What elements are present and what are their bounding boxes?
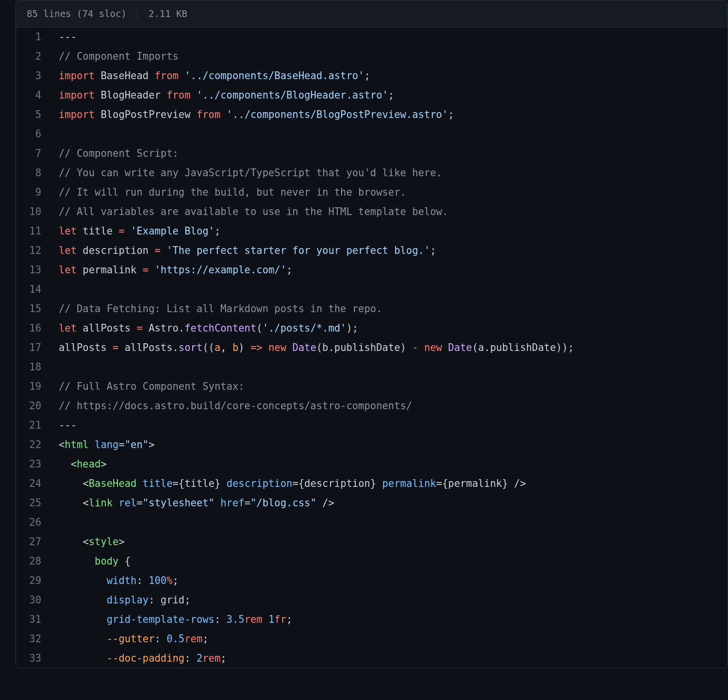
line-number[interactable]: 33 [16,649,50,668]
line-number[interactable]: 28 [16,551,50,571]
code-line[interactable]: --doc-padding: 2rem; [50,649,728,668]
code-line[interactable]: import BaseHead from '../components/Base… [50,66,728,85]
code-line[interactable] [50,513,728,532]
token-str: '../components/BlogPostPreview.astro' [227,109,448,120]
line-number[interactable]: 4 [16,85,50,105]
code-line[interactable]: <BaseHead title={title} description={des… [50,474,728,493]
token-op: = [118,225,124,237]
line-number[interactable]: 21 [16,416,50,435]
token-punct: ) [238,342,250,353]
code-line[interactable]: let permalink = 'https://example.com/'; [50,260,728,280]
line-number[interactable]: 25 [16,493,50,513]
code-line[interactable]: let title = 'Example Blog'; [50,221,728,241]
line-number[interactable]: 23 [16,454,50,474]
line-number[interactable]: 13 [16,260,50,280]
token-str: 'https://example.com/' [154,264,286,276]
code-line[interactable] [50,280,728,299]
token-ident [161,245,166,256]
token-punct: ; [286,264,292,276]
code-line[interactable]: import BlogHeader from '../components/Bl… [50,85,728,105]
code-line[interactable]: // Data Fetching: List all Markdown post… [50,299,728,318]
line-number[interactable]: 9 [16,183,50,202]
line-number[interactable]: 1 [16,27,50,47]
code-line[interactable] [50,124,728,144]
token-ident [215,497,220,509]
token-punct: ; [286,614,292,625]
token-ident: allPosts [59,342,113,353]
token-cssunit: % [166,575,172,586]
line-number[interactable]: 5 [16,105,50,124]
token-ident: publishDate [334,342,400,353]
line-number[interactable]: 2 [16,47,50,66]
code-line[interactable]: body { [50,551,728,571]
line-number[interactable]: 24 [16,474,50,493]
token-punct: < [83,536,88,548]
code-line[interactable]: <html lang="en"> [50,435,728,454]
line-number[interactable]: 12 [16,241,50,260]
code-line[interactable]: // Component Script: [50,144,728,163]
line-number[interactable]: 22 [16,435,50,454]
code-line[interactable]: // You can write any JavaScript/TypeScri… [50,163,728,183]
token-ident [59,458,71,470]
token-ident [59,652,107,664]
line-number[interactable]: 18 [16,357,50,377]
code-line[interactable]: <link rel="stylesheet" href="/blog.css" … [50,493,728,513]
line-number[interactable]: 3 [16,66,50,85]
code-line[interactable]: --- [50,27,728,47]
code-line[interactable] [50,357,728,377]
code-row: 6 [16,124,728,144]
token-punct: /> [316,497,334,509]
line-number[interactable]: 8 [16,163,50,183]
token-num: 1 [268,614,274,625]
line-number[interactable]: 29 [16,571,50,590]
line-number[interactable]: 26 [16,513,50,532]
token-punct: ; [388,89,394,101]
code-line[interactable]: // https://docs.astro.build/core-concept… [50,396,728,416]
code-line[interactable]: allPosts = allPosts.sort((a, b) => new D… [50,338,728,357]
token-punct: ; [220,652,226,664]
token-tag: style [89,536,119,548]
line-number[interactable]: 31 [16,610,50,629]
line-number[interactable]: 20 [16,396,50,416]
code-line[interactable]: import BlogPostPreview from '../componen… [50,105,728,124]
token-str: 'Example Blog' [131,225,215,237]
code-line[interactable]: // It will run during the build, but nev… [50,183,728,202]
token-str: './posts/*.md' [263,322,347,334]
code-row: 11let title = 'Example Blog'; [16,221,728,241]
token-ident: a [478,342,484,353]
code-line[interactable]: let description = 'The perfect starter f… [50,241,728,260]
code-line[interactable]: --gutter: 0.5rem; [50,629,728,649]
code-line[interactable]: width: 100%; [50,571,728,590]
line-number[interactable]: 30 [16,590,50,610]
token-tag: html [65,439,88,450]
line-number[interactable]: 14 [16,280,50,299]
code-line[interactable]: <head> [50,454,728,474]
line-number[interactable]: 6 [16,124,50,144]
line-number[interactable]: 11 [16,221,50,241]
token-ident [263,342,268,353]
code-row: 31 grid-template-rows: 3.5rem 1fr; [16,610,728,629]
code-line[interactable]: --- [50,416,728,435]
line-number[interactable]: 16 [16,318,50,338]
line-number[interactable]: 17 [16,338,50,357]
code-line[interactable]: // Full Astro Component Syntax: [50,377,728,396]
token-ident [149,264,154,276]
code-line[interactable]: <style> [50,532,728,551]
line-number[interactable]: 7 [16,144,50,163]
file-viewer: 85 lines (74 sloc) 2.11 KB 1---2// Compo… [16,0,728,668]
code-line[interactable]: let allPosts = Astro.fetchContent('./pos… [50,318,728,338]
line-number[interactable]: 15 [16,299,50,318]
line-number[interactable]: 32 [16,629,50,649]
code-line[interactable]: // All variables are available to use in… [50,202,728,221]
token-op: => [250,342,263,353]
token-param: a [215,342,220,353]
code-line[interactable]: // Component Imports [50,47,728,66]
code-line[interactable]: display: grid; [50,590,728,610]
line-number[interactable]: 19 [16,377,50,396]
code-line[interactable]: grid-template-rows: 3.5rem 1fr; [50,610,728,629]
line-number[interactable]: 10 [16,202,50,221]
token-ident [286,342,292,353]
code-row: 14 [16,280,728,299]
code-row: 33 --doc-padding: 2rem; [16,649,728,668]
line-number[interactable]: 27 [16,532,50,551]
